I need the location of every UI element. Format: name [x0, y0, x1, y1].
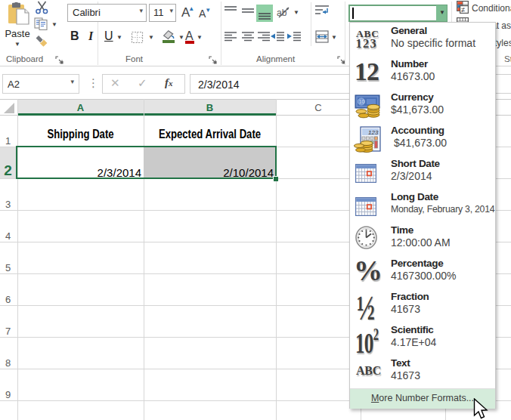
svg-text:10: 10 — [359, 99, 365, 104]
svg-text:ab: ab — [277, 8, 287, 18]
svg-text:≠: ≠ — [461, 6, 465, 14]
svg-text:123: 123 — [368, 129, 379, 136]
